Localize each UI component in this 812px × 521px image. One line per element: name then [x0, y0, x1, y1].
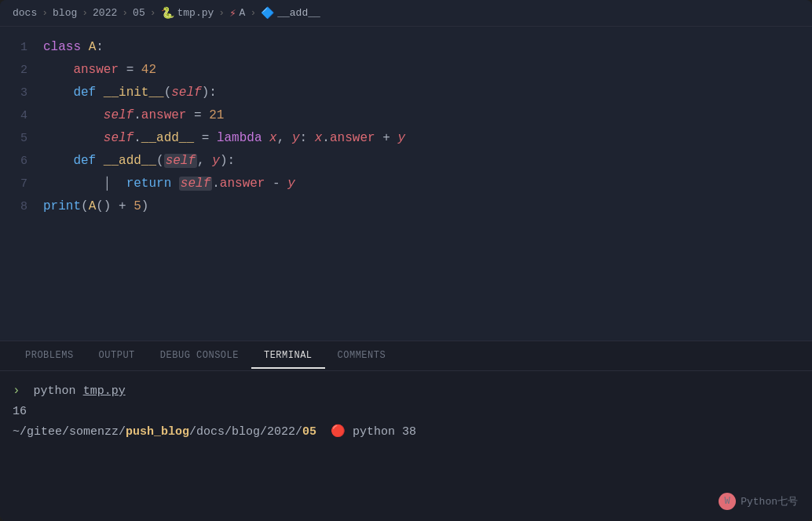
- code-line-8: 8 print(A() + 5): [0, 195, 812, 218]
- watermark: W Python七号: [719, 493, 798, 510]
- line-content-1: class A:: [43, 36, 812, 58]
- code-line-1: 1 class A:: [0, 36, 812, 59]
- line-num-4: 4: [0, 105, 43, 127]
- breadcrumb-docs: docs: [13, 7, 37, 19]
- code-editor: 1 class A: 2 answer = 42 3 def __init__(…: [0, 27, 812, 341]
- panel-container: PROBLEMS OUTPUT DEBUG CONSOLE TERMINAL C…: [0, 341, 812, 521]
- prompt-arrow: ›: [13, 381, 20, 401]
- class-icon: ⚡: [229, 6, 236, 20]
- breadcrumb-2022: 2022: [93, 7, 117, 19]
- code-line-7: 7 │ return self.answer - y: [0, 173, 812, 195]
- line-content-8: print(A() + 5): [43, 195, 812, 217]
- terminal-output-line: 16: [13, 402, 799, 422]
- line-num-7: 7: [0, 173, 43, 195]
- terminal-command-line: › python tmp.py: [13, 381, 799, 402]
- sep4: ›: [150, 7, 156, 19]
- method-icon: 🔷: [261, 6, 274, 20]
- sep1: ›: [42, 7, 48, 19]
- code-line-4: 4 self.answer = 21: [0, 104, 812, 127]
- breadcrumb: docs › blog › 2022 › 05 › 🐍 tmp.py › ⚡ A…: [0, 0, 812, 27]
- breadcrumb-class: A: [240, 7, 246, 19]
- watermark-icon: W: [719, 493, 736, 510]
- line-num-8: 8: [0, 196, 43, 218]
- breadcrumb-05: 05: [133, 7, 145, 19]
- sep6: ›: [250, 7, 256, 19]
- tab-comments[interactable]: COMMENTS: [325, 344, 399, 369]
- line-content-5: self.__add__ = lambda x, y: x.answer + y: [43, 127, 812, 149]
- breadcrumb-blog: blog: [53, 7, 77, 19]
- line-num-5: 5: [0, 128, 43, 150]
- terminal-area: › python tmp.py 16 ~/gitee/somenzz/push_…: [0, 371, 812, 521]
- code-line-3: 3 def __init__(self):: [0, 82, 812, 104]
- terminal-path-line: ~/gitee/somenzz/push_blog/docs/blog/2022…: [13, 422, 799, 443]
- app-window: docs › blog › 2022 › 05 › 🐍 tmp.py › ⚡ A…: [0, 0, 812, 521]
- tab-debug-console[interactable]: DEBUG CONSOLE: [148, 344, 251, 369]
- line-content-6: def __add__(self, y):: [43, 150, 812, 172]
- line-content-3: def __init__(self):: [43, 82, 812, 104]
- line-content-7: │ return self.answer - y: [43, 173, 812, 195]
- code-line-2: 2 answer = 42: [0, 59, 812, 82]
- tab-output[interactable]: OUTPUT: [86, 344, 148, 369]
- file-icon: 🐍: [161, 6, 174, 20]
- tab-terminal[interactable]: TERMINAL: [251, 344, 325, 369]
- line-num-2: 2: [0, 60, 43, 82]
- code-line-5: 5 self.__add__ = lambda x, y: x.answer +…: [0, 127, 812, 150]
- line-content-2: answer = 42: [43, 59, 812, 81]
- sep2: ›: [82, 7, 88, 19]
- line-content-4: self.answer = 21: [43, 104, 812, 126]
- code-line-6: 6 def __add__(self, y):: [0, 150, 812, 173]
- breadcrumb-method: __add__: [277, 7, 320, 19]
- sep3: ›: [122, 7, 128, 19]
- watermark-text: Python七号: [741, 494, 798, 508]
- line-num-3: 3: [0, 82, 43, 104]
- terminal-command-text: python tmp.py: [27, 381, 126, 402]
- sep5: ›: [218, 7, 225, 19]
- line-num-6: 6: [0, 151, 43, 173]
- line-num-1: 1: [0, 37, 43, 59]
- tab-problems[interactable]: PROBLEMS: [13, 344, 86, 369]
- breadcrumb-file: tmp.py: [177, 7, 214, 19]
- panel-tabs: PROBLEMS OUTPUT DEBUG CONSOLE TERMINAL C…: [0, 341, 812, 371]
